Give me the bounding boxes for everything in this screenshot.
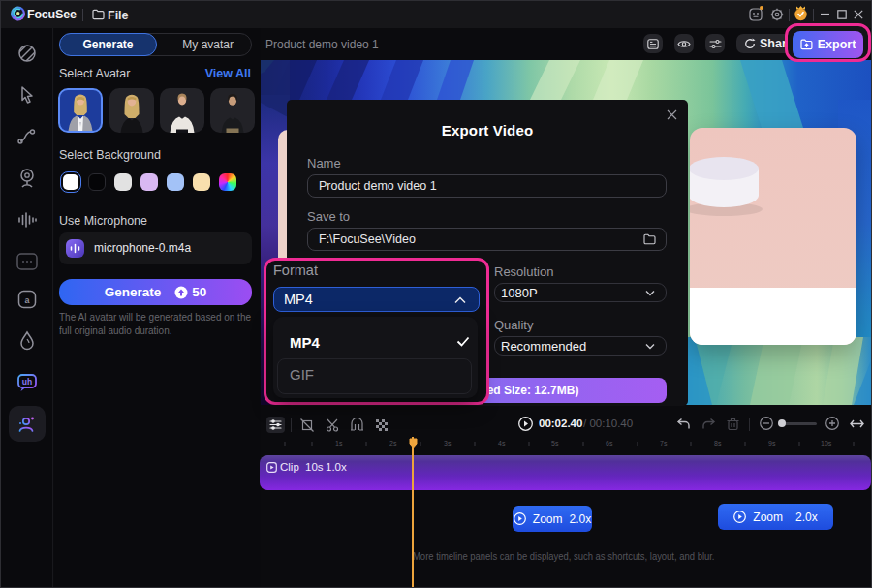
svg-text:a: a bbox=[24, 295, 30, 305]
svg-text:uh: uh bbox=[22, 377, 32, 387]
